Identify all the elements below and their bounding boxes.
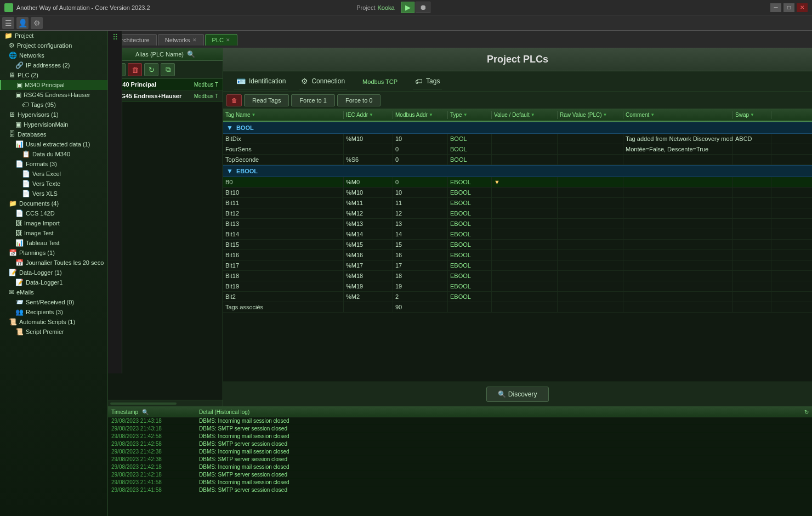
sidebar-item-automaticscripts(1)[interactable]: 📜Automatic Scripts (1) bbox=[0, 317, 107, 327]
sidebar-item-hypervisionmain[interactable]: ▣HypervisionMain bbox=[0, 120, 107, 129]
sidebar-item-networks[interactable]: 🌐Networks bbox=[0, 50, 107, 60]
close-button[interactable]: ✕ bbox=[797, 3, 808, 12]
table-row[interactable]: Bit19 %M19 19 EBOOL bbox=[223, 281, 812, 292]
discovery-button[interactable]: 🔍 Discovery bbox=[486, 387, 548, 402]
tab-close-icon[interactable]: ✕ bbox=[192, 37, 197, 43]
read-tags-button[interactable]: Read Tags bbox=[244, 94, 289, 106]
sidebar: 📁Project⚙Project configuration🌐Networks🔗… bbox=[0, 31, 108, 516]
sidebar-item-projectconfiguration[interactable]: ⚙Project configuration bbox=[0, 41, 107, 50]
sidebar-item-project[interactable]: 📁Project bbox=[0, 31, 107, 41]
list-item: 29/08/2023 21:42:38DBMS: SMTP server ses… bbox=[108, 456, 812, 463]
table-row[interactable]: BitDix %M10 10 BOOL Tag added from Netwo… bbox=[223, 134, 812, 144]
tag-cell-type: EBOOL bbox=[448, 240, 492, 250]
force-to-0-button[interactable]: Force to 0 bbox=[337, 94, 381, 106]
sidebar-item-data-logger1[interactable]: 📝Data-Logger1 bbox=[0, 277, 107, 287]
table-row[interactable]: Bit18 %M18 18 EBOOL bbox=[223, 271, 812, 281]
sidebar-item-rsg45endress+hauser[interactable]: ▣RSG45 Endress+Hauser bbox=[0, 90, 107, 100]
maximize-button[interactable]: □ bbox=[783, 3, 794, 12]
tag-cell-raw bbox=[558, 144, 623, 154]
copy-plc-button[interactable]: ⧉ bbox=[161, 63, 175, 76]
sidebar-item-plannings(1)[interactable]: 📅Plannings (1) bbox=[0, 248, 107, 258]
iec-addr-filter-icon[interactable]: ▼ bbox=[369, 112, 373, 117]
value-filter-icon[interactable]: ▼ bbox=[531, 112, 535, 117]
table-row[interactable]: Bit14 %M14 14 EBOOL bbox=[223, 229, 812, 240]
sidebar-item-hypervisors(1)[interactable]: 🖥Hypervisors (1) bbox=[0, 110, 107, 120]
sidebar-item-m340principal[interactable]: ▣M340 Principal bbox=[0, 80, 107, 90]
table-row[interactable]: Bit17 %M17 17 EBOOL bbox=[223, 260, 812, 271]
table-row[interactable]: Bit10 %M10 10 EBOOL bbox=[223, 188, 812, 198]
sidebar-item-formats(3)[interactable]: 📄Formats (3) bbox=[0, 159, 107, 169]
comment-filter-icon[interactable]: ▼ bbox=[650, 112, 655, 117]
section-header-bool[interactable]: ▼BOOL bbox=[223, 122, 812, 134]
refresh-plc-button[interactable]: ↻ bbox=[144, 63, 158, 76]
sidebar-item-datadum340[interactable]: 📋Data du M340 bbox=[0, 149, 107, 159]
type-filter-icon[interactable]: ▼ bbox=[463, 112, 468, 117]
filter-icon[interactable]: 🔍 bbox=[187, 50, 195, 58]
sidebar-item-imageimport[interactable]: 🖼Image Import bbox=[0, 218, 107, 228]
sidebar-item-data-logger(1)[interactable]: 📝Data-Logger (1) bbox=[0, 268, 107, 277]
sidebar-item-recipients(3)[interactable]: 👥Recipients (3) bbox=[0, 307, 107, 317]
identification-icon: 🪪 bbox=[236, 77, 246, 86]
sidebar-item-label: PLC (2) bbox=[18, 72, 38, 78]
hamburger-menu[interactable]: ☰ bbox=[2, 17, 14, 29]
sidebar-item-tags(95)[interactable]: 🏷Tags (95) bbox=[0, 100, 107, 110]
connection-section[interactable]: ⚙ Connection bbox=[299, 73, 347, 89]
sidebar-item-usualextracteddata(1[interactable]: 📊Usual extracted data (1) bbox=[0, 139, 107, 149]
table-row[interactable]: FourSens 0 BOOL Montée=False, Descente=T… bbox=[223, 144, 812, 155]
tab-networks[interactable]: Networks✕ bbox=[158, 34, 204, 46]
settings-menu[interactable]: ⚙ bbox=[31, 17, 43, 29]
force-to-1-button[interactable]: Force to 1 bbox=[291, 94, 335, 106]
minimize-button[interactable]: ─ bbox=[770, 3, 781, 12]
delete-tag-button[interactable]: 🗑 bbox=[226, 94, 242, 106]
modbus-addr-filter-icon[interactable]: ▼ bbox=[429, 112, 433, 117]
table-row[interactable]: Bit12 %M12 12 EBOOL bbox=[223, 208, 812, 219]
tag-cell-type: EBOOL bbox=[448, 229, 492, 239]
log-timestamp: 29/08/2023 21:42:38 bbox=[111, 449, 199, 455]
sidebar-item-documents(4)[interactable]: 📁Documents (4) bbox=[0, 199, 107, 208]
sidebar-item-verstexte[interactable]: 📄Vers Texte bbox=[0, 179, 107, 189]
project-plcs-label: Project PLCs bbox=[487, 54, 548, 65]
plc-row[interactable]: M340 PrincipalModbus T bbox=[108, 79, 223, 90]
table-row[interactable]: Bit11 %M11 11 EBOOL bbox=[223, 198, 812, 208]
sidebar-item-icon: 🌐 bbox=[9, 52, 17, 59]
plc-row[interactable]: RSG45 Endress+HauserModbus T bbox=[108, 90, 223, 102]
tag-name-filter-icon[interactable]: ▼ bbox=[252, 112, 256, 117]
record-button[interactable]: ⏺ bbox=[416, 2, 430, 13]
sidebar-item-tableautest[interactable]: 📊Tableau Test bbox=[0, 238, 107, 248]
table-row[interactable]: Bit16 %M16 16 EBOOL bbox=[223, 250, 812, 260]
sidebar-item-ccs142d[interactable]: 📄CCS 142D bbox=[0, 208, 107, 218]
swap-filter-icon[interactable]: ▼ bbox=[750, 112, 754, 117]
user-menu[interactable]: 👤 bbox=[16, 17, 29, 29]
sidebar-item-ipaddresses(2)[interactable]: 🔗IP addresses (2) bbox=[0, 60, 107, 70]
identification-section[interactable]: 🪪 Identification bbox=[234, 73, 288, 89]
section-header-ebool[interactable]: ▼EBOOL bbox=[223, 165, 812, 177]
raw-value-filter-icon[interactable]: ▼ bbox=[603, 112, 607, 117]
collapse-icon: ▼ bbox=[226, 167, 233, 175]
sidebar-item-imagetest[interactable]: 🖼Image Test bbox=[0, 228, 107, 238]
col-comment-label: Comment bbox=[626, 112, 649, 118]
sidebar-item-versxls[interactable]: 📄Vers XLS bbox=[0, 189, 107, 199]
sidebar-item-scriptpremier[interactable]: 📜Script Premier bbox=[0, 327, 107, 337]
sidebar-item-label: Vers XLS bbox=[32, 190, 58, 197]
sidebar-item-plc(2)[interactable]: 🖥PLC (2) bbox=[0, 70, 107, 80]
table-row[interactable]: TopSeconde %S6 0 BOOL bbox=[223, 155, 812, 165]
table-row[interactable]: Bit13 %M13 13 EBOOL bbox=[223, 219, 812, 229]
log-ts-filter-icon[interactable]: 🔍 bbox=[142, 409, 149, 415]
tab-plc[interactable]: PLC✕ bbox=[205, 34, 237, 46]
log-body: 29/08/2023 21:43:18DBMS: Incoming mail s… bbox=[108, 417, 812, 516]
sidebar-item-label: Sent/Received (0) bbox=[26, 299, 74, 305]
sidebar-item-databases[interactable]: 🗄Databases bbox=[0, 129, 107, 139]
table-row[interactable]: B0 %M0 0 EBOOL ▼ bbox=[223, 177, 812, 188]
sidebar-item-journaliertoutesles2[interactable]: 📅Journalier Toutes les 20 seco bbox=[0, 258, 107, 268]
tab-close-icon[interactable]: ✕ bbox=[226, 37, 230, 43]
tags-section[interactable]: 🏷 Tags bbox=[413, 73, 442, 89]
table-row[interactable]: Bit2 %M2 2 EBOOL bbox=[223, 292, 812, 302]
table-row[interactable]: Tags associés 90 bbox=[223, 302, 812, 313]
sidebar-item-emails[interactable]: ✉eMails bbox=[0, 287, 107, 297]
delete-plc-button[interactable]: 🗑 bbox=[128, 63, 142, 76]
sidebar-item-versexcel[interactable]: 📄Vers Excel bbox=[0, 169, 107, 179]
play-button[interactable]: ▶ bbox=[401, 2, 414, 13]
sidebar-item-sent/received(0)[interactable]: 📨Sent/Received (0) bbox=[0, 297, 107, 307]
log-refresh[interactable]: ↻ bbox=[792, 409, 809, 415]
table-row[interactable]: Bit15 %M15 15 EBOOL bbox=[223, 240, 812, 250]
